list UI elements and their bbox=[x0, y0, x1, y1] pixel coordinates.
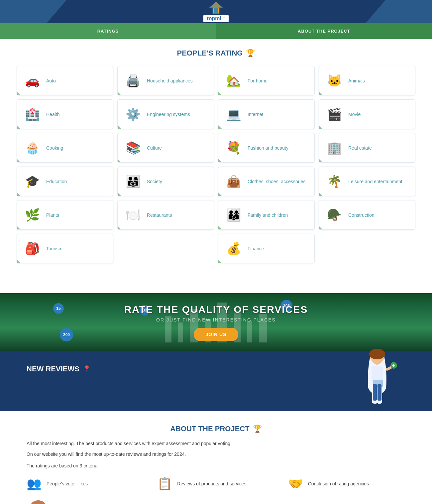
footer-girl bbox=[17, 500, 60, 504]
vote-icon: 👥 bbox=[27, 477, 42, 491]
criteria-reviews: 📋 Reviews of products and services bbox=[157, 477, 274, 491]
category-culture[interactable]: 📚 Culture bbox=[117, 133, 214, 163]
category-auto[interactable]: 🚗 Auto bbox=[17, 66, 113, 95]
reviews-icon: 📋 bbox=[157, 477, 172, 491]
category-real-estate[interactable]: 🏢 Real estate bbox=[319, 133, 415, 163]
clothes-label: Clothes, shoes, accessories bbox=[248, 179, 305, 184]
category-construction[interactable]: 🪖 Construction bbox=[319, 200, 415, 230]
join-us-button[interactable]: JOIN US bbox=[194, 328, 238, 341]
svg-marker-3 bbox=[209, 2, 223, 8]
banner-content: RATE THE QUALITY OF SERVICES OR JUST FIN… bbox=[124, 304, 308, 341]
category-leisure[interactable]: 🌴 Leisure and entertainment bbox=[319, 167, 415, 196]
lady-svg: + bbox=[356, 348, 399, 405]
criteria-agencies-label: Conclusion of rating agencies bbox=[308, 481, 369, 486]
criteria-agencies: 🤝 Conclusion of rating agencies bbox=[288, 477, 405, 491]
family-icon: 👨‍👩‍👦 bbox=[224, 206, 244, 224]
nav-about[interactable]: ABOUT THE PROJECT bbox=[216, 23, 432, 39]
category-health[interactable]: 🏥 Health bbox=[17, 99, 113, 129]
navbar: RATINGS ABOUT THE PROJECT bbox=[0, 23, 432, 39]
banner: 15 33 108 200 RATE THE QUALITY OF SERVIC… bbox=[0, 293, 432, 351]
last-category-row bbox=[0, 283, 432, 293]
banner-title: RATE THE QUALITY OF SERVICES bbox=[124, 304, 308, 315]
category-society[interactable]: 👨‍👩‍👧 Society bbox=[117, 167, 214, 196]
tourism-label: Tourism bbox=[46, 246, 62, 251]
cooking-label: Cooking bbox=[46, 145, 63, 151]
category-family[interactable]: 👨‍👩‍👦 Family and children bbox=[218, 200, 315, 230]
badge-200: 200 bbox=[60, 328, 73, 341]
about-criteria-label: The ratings are based on 3 criteria bbox=[27, 463, 405, 468]
category-internet[interactable]: 💻 Internet bbox=[218, 99, 315, 129]
svg-point-5 bbox=[369, 349, 385, 359]
pin-icon: 📍 bbox=[83, 365, 91, 373]
logo-icon bbox=[208, 1, 224, 14]
footer-girl-svg bbox=[17, 500, 60, 504]
finance-label: Finance bbox=[248, 246, 264, 251]
movie-label: Movie bbox=[348, 112, 361, 117]
internet-label: Internet bbox=[248, 112, 263, 117]
category-cooking[interactable]: 🧁 Cooking bbox=[17, 133, 113, 163]
svg-rect-11 bbox=[378, 384, 381, 401]
fashion-label: Fashion and beauty bbox=[248, 145, 288, 151]
category-clothes[interactable]: 👜 Clothes, shoes, accessories bbox=[218, 167, 315, 196]
about-text-1: All the most interesting. The best produ… bbox=[27, 440, 405, 447]
category-animals[interactable]: 🐱 Animals bbox=[319, 66, 415, 95]
restaurants-label: Restaurants bbox=[147, 212, 172, 218]
category-finance[interactable]: 💰 Finance bbox=[218, 234, 315, 263]
culture-icon: 📚 bbox=[123, 139, 143, 157]
category-grid: 🚗 Auto 🖨️ Household appliances 🏡 For hom… bbox=[17, 66, 415, 263]
badge-15: 15 bbox=[53, 303, 64, 314]
category-movie[interactable]: 🎬 Movie bbox=[319, 99, 415, 129]
header-right-triangle bbox=[366, 0, 432, 23]
category-restaurants[interactable]: 🍽️ Restaurants bbox=[117, 200, 214, 230]
society-label: Society bbox=[147, 179, 162, 184]
finance-icon: 💰 bbox=[224, 239, 244, 258]
engineering-icon: ⚙️ bbox=[123, 105, 143, 123]
criteria-reviews-label: Reviews of products and services bbox=[177, 481, 247, 486]
logo-text: topmiTM bbox=[203, 15, 228, 22]
criteria-vote: 👥 People's vote - likes bbox=[27, 477, 144, 491]
household-icon: 🖨️ bbox=[123, 71, 143, 90]
logo-container: topmiTM bbox=[203, 1, 228, 22]
animals-label: Animals bbox=[348, 78, 365, 83]
plants-label: Plants bbox=[46, 212, 59, 218]
cooking-icon: 🧁 bbox=[22, 139, 42, 157]
fashion-icon: 💐 bbox=[224, 139, 244, 157]
category-engineering[interactable]: ⚙️ Engineering systems bbox=[117, 99, 214, 129]
category-fashion[interactable]: 💐 Fashion and beauty bbox=[218, 133, 315, 163]
about-title: ABOUT THE PROJECT 🏆 bbox=[27, 425, 405, 433]
restaurants-icon: 🍽️ bbox=[123, 206, 143, 224]
engineering-label: Engineering systems bbox=[147, 112, 190, 117]
animals-icon: 🐱 bbox=[324, 71, 344, 90]
for-home-label: For home bbox=[248, 78, 268, 83]
category-household[interactable]: 🖨️ Household appliances bbox=[117, 66, 214, 95]
peoples-rating-title: PEOPLE'S RATING 🏆 bbox=[17, 49, 415, 58]
header: topmiTM bbox=[0, 0, 432, 23]
svg-point-13 bbox=[31, 500, 46, 504]
criteria-vote-label: People's vote - likes bbox=[47, 481, 88, 486]
header-left-triangle bbox=[0, 0, 66, 23]
real-estate-icon: 🏢 bbox=[324, 139, 344, 157]
reviews-section: NEW REVIEWS 📍 + bbox=[0, 351, 432, 411]
lady-decoration: + bbox=[356, 348, 399, 406]
plants-icon: 🌿 bbox=[22, 206, 42, 224]
about-section: ABOUT THE PROJECT 🏆 All the most interes… bbox=[0, 411, 432, 504]
leisure-label: Leisure and entertainment bbox=[348, 179, 402, 184]
culture-label: Culture bbox=[147, 145, 162, 151]
clothes-icon: 👜 bbox=[224, 172, 244, 190]
real-estate-label: Real estate bbox=[348, 145, 372, 151]
education-icon: 🎓 bbox=[22, 172, 42, 190]
about-icon: 🏆 bbox=[253, 425, 262, 433]
family-label: Family and children bbox=[248, 212, 288, 218]
svg-rect-2 bbox=[214, 8, 218, 14]
category-for-home[interactable]: 🏡 For home bbox=[218, 66, 315, 95]
category-education[interactable]: 🎓 Education bbox=[17, 167, 113, 196]
construction-icon: 🪖 bbox=[324, 206, 344, 224]
nav-ratings[interactable]: RATINGS bbox=[0, 23, 216, 39]
category-plants[interactable]: 🌿 Plants bbox=[17, 200, 113, 230]
about-text-2: On our website you will find the most up… bbox=[27, 450, 405, 458]
svg-rect-10 bbox=[373, 384, 377, 401]
category-tourism[interactable]: 🎒 Tourism bbox=[17, 234, 113, 263]
tourism-icon: 🎒 bbox=[22, 239, 42, 258]
leisure-icon: 🌴 bbox=[324, 172, 344, 190]
construction-label: Construction bbox=[348, 212, 375, 218]
